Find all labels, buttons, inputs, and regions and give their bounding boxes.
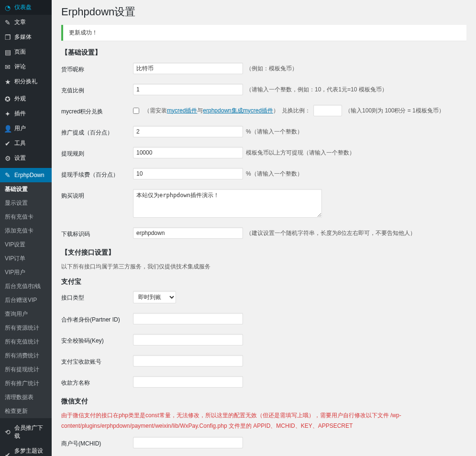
security-key-input[interactable]: [133, 334, 243, 345]
wechat-heading: 微信支付: [61, 397, 466, 406]
download-code-hint: （建议设置一个随机字符串，长度为8位左右即可，不要告知他人）: [246, 229, 416, 237]
buy-note-textarea[interactable]: 本站仅为erphpdown插件演示！: [133, 189, 322, 218]
sidebar-item-label: 工具: [14, 139, 26, 147]
withdraw-rule-hint: 模板兔币以上方可提现（请输入一个整数）: [246, 149, 355, 157]
mycred-ratio-input[interactable]: [313, 105, 342, 116]
security-key-label: 安全校验码(Key): [61, 334, 133, 345]
commission-input[interactable]: [133, 126, 243, 137]
alipay-account-input[interactable]: [133, 355, 243, 367]
member-promo-icon: ⟲: [4, 428, 11, 436]
submenu-item-withdraw-stats[interactable]: 所有提现统计: [0, 363, 52, 377]
mycred-ratio-hint: （输入100则为 100积分 = 1模板兔币）: [345, 107, 444, 115]
commission-label: 推广提成（百分点）: [61, 126, 133, 137]
sidebar-item-label: 文章: [14, 18, 26, 26]
mycred-label: mycred积分兑换: [61, 105, 133, 116]
basic-settings-heading: 【基础设置】: [61, 48, 466, 57]
sidebar-item-label: 多梦主题设置: [14, 447, 48, 456]
buy-note-label: 购买说明: [61, 189, 133, 200]
submenu-item-all-cards[interactable]: 所有充值卡: [0, 210, 52, 224]
submenu-item-clean-db[interactable]: 清理数据表: [0, 390, 52, 404]
sidebar-item-points-gift[interactable]: ★积分换礼: [0, 74, 52, 89]
submenu-item-query-user[interactable]: 查询用户: [0, 307, 52, 321]
partner-id-label: 合作者身份(Partner ID): [61, 313, 133, 324]
sidebar-item-label: 评论: [14, 63, 26, 71]
sidebar-item-theme-settings[interactable]: ✔多梦主题设置: [0, 444, 52, 456]
sidebar-item-tools[interactable]: ✔工具: [0, 136, 52, 151]
api-type-label: 接口类型: [61, 291, 133, 302]
ratio-input[interactable]: [133, 84, 243, 95]
users-icon: 👤: [4, 125, 11, 133]
submenu-item-recharge-stats[interactable]: 所有充值统计: [0, 335, 52, 349]
mycred-plugin-link[interactable]: mycred插件: [167, 107, 197, 114]
sidebar-item-pages[interactable]: ▤页面: [0, 44, 52, 59]
submenu-item-backend-recharge[interactable]: 后台充值/扣钱: [0, 279, 52, 293]
sidebar-item-comments[interactable]: ✉评论: [0, 59, 52, 74]
withdraw-fee-input[interactable]: [133, 168, 243, 179]
payment-settings-heading: 【支付接口设置】: [61, 248, 466, 257]
tools-icon: ✔: [4, 140, 11, 147]
submenu-item-check-update[interactable]: 检查更新: [0, 404, 52, 418]
sidebar-item-erphpdown[interactable]: ✎ErphpDown: [0, 168, 52, 182]
submenu-item-consume-stats[interactable]: 所有消费统计: [0, 349, 52, 363]
currency-input[interactable]: [133, 63, 243, 74]
sidebar-item-posts[interactable]: ✎文章: [0, 15, 52, 30]
commission-hint: %（请输入一个整数）: [246, 128, 303, 136]
submenu-item-add-card[interactable]: 添加充值卡: [0, 224, 52, 238]
wechat-warning: 由于微信支付的接口在php类里是const常量，无法修改，所以这里的配置无效（但…: [61, 411, 466, 431]
submenu-item-backend-gift-vip[interactable]: 后台赠送VIP: [0, 293, 52, 307]
points-gift-icon: ★: [4, 78, 11, 86]
erphpdown-icon: ✎: [4, 171, 11, 179]
pages-icon: ▤: [4, 48, 11, 56]
mchid-label: 商户号(MCHID): [61, 437, 133, 448]
mchid-input[interactable]: [133, 437, 243, 448]
settings-icon: ⚙: [4, 155, 11, 162]
submenu-item-vip-settings[interactable]: VIP设置: [0, 238, 52, 252]
currency-label: 货币昵称: [61, 63, 133, 74]
sidebar-item-label: 页面: [14, 48, 26, 56]
erphpdown-mycred-link[interactable]: erphpdown集成mycred插件: [203, 107, 273, 114]
sidebar-item-label: 仪表盘: [14, 3, 32, 11]
sidebar-item-plugins[interactable]: ✦插件: [0, 106, 52, 121]
sidebar-item-label: 多媒体: [14, 33, 32, 41]
sidebar-item-label: 积分换礼: [14, 78, 37, 86]
alipay-heading: 支付宝: [61, 278, 466, 286]
plugins-icon: ✦: [4, 110, 11, 118]
submenu-item-promo-stats[interactable]: 所有推广统计: [0, 377, 52, 390]
sidebar-item-media[interactable]: ❐多媒体: [0, 30, 52, 44]
submenu-item-basic-settings[interactable]: 基础设置: [0, 182, 52, 196]
download-code-label: 下载标识码: [61, 227, 133, 238]
sidebar-item-dashboard[interactable]: ◔仪表盘: [0, 0, 52, 15]
sidebar-item-label: 设置: [14, 154, 26, 162]
update-success-notice: 更新成功！: [61, 25, 466, 41]
api-type-select[interactable]: 即时到账: [133, 291, 176, 303]
sidebar-item-label: 外观: [14, 95, 26, 103]
mycred-checkbox[interactable]: [133, 108, 139, 114]
sidebar-item-label: ErphpDown: [14, 172, 44, 178]
sidebar-item-label: 插件: [14, 110, 26, 118]
submenu-item-display-settings[interactable]: 显示设置: [0, 196, 52, 210]
payee-name-label: 收款方名称: [61, 376, 133, 387]
posts-icon: ✎: [4, 19, 11, 26]
download-code-input[interactable]: [133, 227, 243, 239]
sidebar-item-appearance[interactable]: ✪外观: [0, 91, 52, 106]
comments-icon: ✉: [4, 63, 11, 71]
payment-note: 以下所有接口均属于第三方服务，我们仅提供技术集成服务: [61, 263, 466, 271]
page-title: Erphpdown设置: [61, 5, 466, 19]
currency-hint: （例如：模板兔币）: [246, 65, 298, 73]
mycred-ratio-label: 兑换比例：: [282, 107, 310, 115]
ratio-hint: （请输入一个整数，例如：10，代表1元=10 模板兔币）: [246, 86, 387, 94]
submenu-item-vip-orders[interactable]: VIP订单: [0, 252, 52, 266]
withdraw-rule-label: 提现规则: [61, 147, 133, 158]
submenu-item-vip-users[interactable]: VIP用户: [0, 266, 52, 279]
sidebar-item-member-promo[interactable]: ⟲会员推广下载: [0, 421, 52, 444]
withdraw-rule-input[interactable]: [133, 147, 243, 158]
partner-id-input[interactable]: [133, 313, 243, 324]
main-content: Erphpdown设置 更新成功！ 【基础设置】 货币昵称 （例如：模板兔币） …: [52, 0, 476, 456]
ratio-label: 充值比例: [61, 84, 133, 95]
sidebar-item-settings[interactable]: ⚙设置: [0, 151, 52, 166]
submenu-item-resource-stats[interactable]: 所有资源统计: [0, 321, 52, 335]
appearance-icon: ✪: [4, 95, 11, 103]
payee-name-input[interactable]: [133, 376, 243, 388]
sidebar-item-users[interactable]: 👤用户: [0, 121, 52, 136]
sidebar-item-label: 用户: [14, 124, 26, 133]
